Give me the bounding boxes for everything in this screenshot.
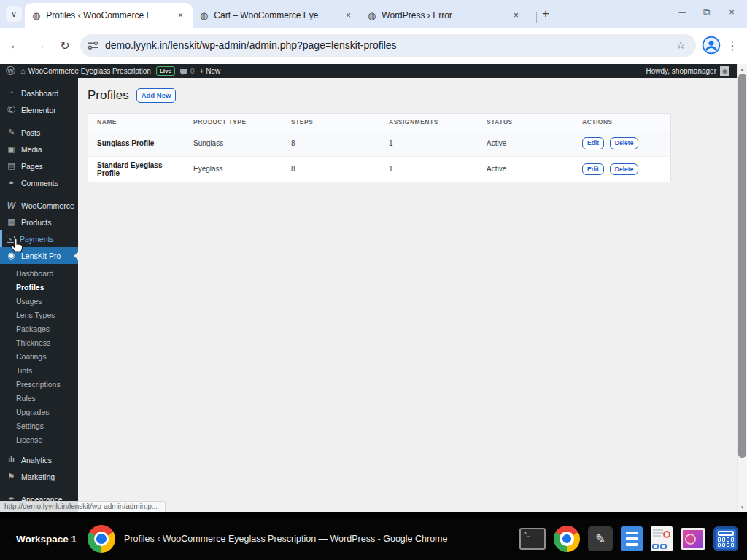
comments-link[interactable]: 0: [180, 67, 195, 75]
submenu-item-prescriptions[interactable]: Prescriptions: [0, 378, 78, 392]
back-button[interactable]: ←: [6, 39, 25, 52]
globe-favicon-icon: ◍: [200, 11, 208, 20]
user-avatar: ☻: [720, 66, 729, 76]
delete-button[interactable]: Delete: [610, 137, 639, 149]
col-header-actions: ACTIONS: [573, 114, 670, 131]
products-icon: ▦: [7, 218, 16, 226]
browser-window: ∨ ◍ Profiles ‹ WooCommerce E × ◍ Cart – …: [0, 0, 747, 512]
url-text[interactable]: demo.lyynk.in/lenskit/wp-admin/admin.php…: [105, 39, 670, 51]
sidebar-item-media[interactable]: ▣ Media: [0, 141, 78, 158]
submenu-item-settings[interactable]: Settings: [0, 419, 78, 433]
cell-profile-name: Standard Eyeglass Profile: [88, 156, 185, 182]
cell-assignments: 1: [380, 156, 478, 182]
workspace-label[interactable]: Workspace 1: [16, 534, 77, 545]
submenu-item-tints[interactable]: Tints: [0, 364, 78, 378]
submenu-item-lens-types[interactable]: Lens Types: [0, 308, 78, 322]
forward-button[interactable]: →: [31, 39, 50, 52]
site-name-label: WooCommerce Eyeglass Prescription: [28, 67, 151, 75]
site-settings-icon[interactable]: [88, 40, 98, 51]
new-content-button[interactable]: + New: [199, 67, 220, 75]
woocommerce-icon: W: [7, 201, 16, 210]
close-window-button[interactable]: ×: [727, 7, 737, 18]
sidebar-item-marketing[interactable]: ⚑ Marketing: [0, 468, 78, 485]
submenu-item-license[interactable]: License: [0, 433, 78, 447]
profiles-table: NAME PRODUCT TYPE STEPS ASSIGNMENTS STAT…: [88, 114, 670, 182]
taskbar-tray: >_ ✎: [519, 526, 738, 552]
image-viewer-icon[interactable]: [681, 528, 705, 550]
sidebar-item-dashboard[interactable]: ◔ Dashboard: [0, 85, 78, 101]
cell-steps: 8: [282, 131, 380, 156]
submenu-item-rules[interactable]: Rules: [0, 392, 78, 405]
chrome-menu-icon[interactable]: ⋮: [727, 39, 738, 52]
sidebar-label: Comments: [21, 179, 58, 187]
submenu-item-dashboard[interactable]: Dashboard: [0, 267, 78, 281]
text-editor-icon[interactable]: ✎: [588, 526, 613, 551]
terminal-icon[interactable]: >_: [519, 528, 546, 550]
scroll-up-icon[interactable]: ▲: [738, 64, 747, 74]
cell-assignments: 1: [380, 131, 478, 156]
calculator-icon[interactable]: [713, 526, 738, 551]
taskbar: Workspace 1 Profiles ‹ WooCommerce Eyegl…: [0, 518, 747, 560]
sidebar-item-products[interactable]: ▦ Products: [0, 214, 78, 230]
tab-cart[interactable]: ◍ Cart – WooCommerce Eye ×: [193, 3, 360, 28]
document-viewer-icon[interactable]: [651, 526, 673, 551]
minimize-button[interactable]: ─: [677, 7, 687, 18]
tab-close-icon[interactable]: ×: [174, 9, 187, 22]
add-new-button[interactable]: Add New: [136, 88, 177, 103]
sidebar-separator: [0, 191, 78, 197]
sidebar-item-woocommerce[interactable]: W WooCommerce: [0, 197, 78, 214]
submenu-item-thickness[interactable]: Thickness: [0, 336, 78, 350]
submenu-item-coatings[interactable]: Coatings: [0, 350, 78, 364]
sidebar-item-analytics[interactable]: ılı Analytics: [0, 451, 78, 468]
col-header-steps: STEPS: [282, 114, 380, 131]
posts-icon: ✎: [7, 128, 16, 136]
delete-button[interactable]: Delete: [610, 163, 639, 176]
tab-close-icon[interactable]: ×: [510, 9, 522, 22]
main-content: Profiles Add New NAME PRODUCT TYPE STEPS…: [78, 78, 737, 512]
sidebar-item-comments[interactable]: ● Comments: [0, 174, 78, 191]
taskbar-window-title[interactable]: Profiles ‹ WooCommerce Eyeglass Prescrip…: [124, 534, 519, 544]
chrome-icon[interactable]: [554, 526, 580, 552]
restore-button[interactable]: ⧉: [702, 7, 712, 18]
file-manager-icon[interactable]: [621, 526, 643, 551]
comments-count: 0: [190, 67, 195, 75]
submenu-item-packages[interactable]: Packages: [0, 322, 78, 336]
new-label: New: [206, 67, 220, 75]
col-header-assignments: ASSIGNMENTS: [380, 114, 478, 131]
cell-product-type: Sunglass: [185, 131, 282, 156]
elementor-icon: Ⓔ: [7, 106, 16, 114]
pencil-icon: ✎: [595, 532, 605, 547]
tab-profiles[interactable]: ◍ Profiles ‹ WooCommerce E ×: [25, 3, 193, 28]
edit-button[interactable]: Edit: [582, 163, 604, 176]
scroll-down-icon[interactable]: ▼: [738, 502, 747, 512]
reload-button[interactable]: ↻: [55, 39, 74, 52]
page-scrollbar[interactable]: ▲ ▼: [737, 64, 747, 512]
scrollbar-thumb[interactable]: [738, 74, 746, 458]
live-badge: Live: [156, 66, 175, 77]
new-tab-button[interactable]: +: [537, 5, 554, 23]
bookmark-star-icon[interactable]: ☆: [676, 39, 686, 52]
edit-button[interactable]: Edit: [582, 137, 604, 149]
tab-wordpress-error[interactable]: ◍ WordPress › Error ×: [360, 3, 528, 28]
submenu-item-profiles[interactable]: Profiles: [0, 281, 78, 295]
sidebar-item-elementor[interactable]: Ⓔ Elementor: [0, 101, 78, 118]
tab-search-button[interactable]: ∨: [6, 6, 22, 22]
cell-product-type: Eyeglass: [185, 156, 282, 182]
wp-admin-bar: Ⓦ ⌂ WooCommerce Eyeglass Prescription Li…: [0, 64, 737, 78]
sidebar-label: Marketing: [21, 472, 55, 481]
chrome-window-icon[interactable]: [88, 525, 115, 553]
sidebar-item-pages[interactable]: ▤ Pages: [0, 158, 78, 174]
my-account-link[interactable]: Howdy, shopmanager ☻: [646, 66, 729, 76]
wordpress-logo-icon[interactable]: Ⓦ: [6, 66, 15, 76]
plus-icon: +: [542, 7, 549, 21]
profile-avatar-icon[interactable]: [702, 36, 721, 55]
submenu-item-upgrades[interactable]: Upgrades: [0, 405, 78, 419]
current-menu-arrow: [74, 252, 78, 260]
tab-close-icon[interactable]: ×: [342, 9, 355, 22]
sidebar-item-posts[interactable]: ✎ Posts: [0, 124, 78, 141]
tab-title: Profiles ‹ WooCommerce E: [46, 10, 170, 20]
submenu-item-usages[interactable]: Usages: [0, 295, 78, 308]
address-bar[interactable]: demo.lyynk.in/lenskit/wp-admin/admin.php…: [80, 34, 696, 57]
site-name-link[interactable]: ⌂ WooCommerce Eyeglass Prescription: [20, 67, 151, 75]
globe-favicon-icon: ◍: [368, 11, 376, 20]
